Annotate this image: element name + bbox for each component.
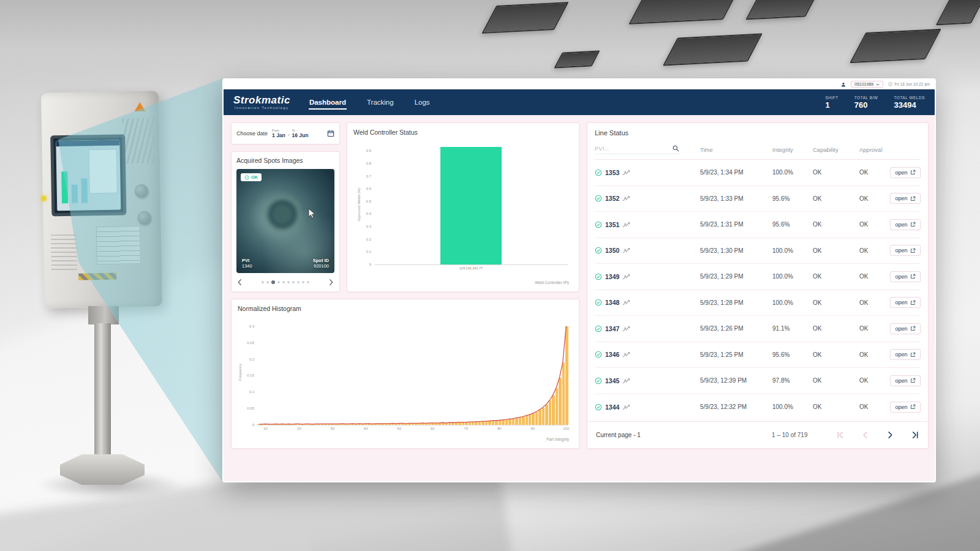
left-column: Choose date From 1 Jan - To 16 Jun	[231, 122, 579, 449]
approval-cell: OK	[859, 221, 883, 228]
pvi-id[interactable]: 1350	[605, 247, 619, 254]
from-label: From	[272, 129, 285, 132]
carousel-dot[interactable]	[307, 281, 309, 283]
calendar-icon[interactable]	[327, 130, 334, 137]
pvi-id[interactable]: 1351	[605, 221, 619, 228]
activity-icon	[622, 195, 630, 201]
table-row[interactable]: 13465/9/23, 1:25 PM95.6%OKOKopen	[595, 342, 921, 369]
card-title: Weld Controller Status	[353, 129, 573, 136]
open-button[interactable]: open	[890, 271, 920, 282]
user-icon	[841, 82, 846, 87]
search-input[interactable]	[595, 145, 661, 152]
spot-image[interactable]: OK PVI 1340 Spot ID 920100	[236, 169, 334, 273]
activity-icon	[622, 351, 630, 358]
time-cell: 5/9/23, 1:26 PM	[700, 325, 772, 332]
kiosk-side-vents	[51, 234, 77, 273]
carousel-dot[interactable]	[262, 281, 264, 283]
pvi-id[interactable]: 1353	[605, 169, 619, 176]
capability-cell: OK	[813, 247, 859, 254]
last-page-icon[interactable]	[911, 431, 919, 439]
tab-dashboard[interactable]: Dashboard	[309, 96, 347, 110]
carousel-dot[interactable]	[271, 280, 275, 284]
carousel-prev-icon[interactable]	[236, 279, 243, 286]
spot-id-meta: Spot ID 920100	[313, 258, 329, 270]
pvi-id[interactable]: 1347	[605, 325, 619, 332]
table-row[interactable]: 13495/9/23, 1:29 PM100.0%OKOKopen	[595, 264, 921, 290]
pvi-id[interactable]: 1344	[605, 403, 619, 411]
open-button[interactable]: open	[890, 323, 920, 334]
next-page-icon[interactable]	[886, 431, 894, 439]
search-box	[595, 145, 679, 154]
check-circle-icon	[595, 377, 602, 384]
capability-cell: OK	[813, 169, 859, 176]
search-icon[interactable]	[673, 145, 679, 152]
carousel-dot[interactable]	[282, 281, 285, 283]
pvi-id[interactable]: 1348	[605, 299, 619, 306]
carousel-dot[interactable]	[287, 281, 290, 283]
open-button[interactable]: open	[890, 402, 920, 413]
card-title: Normalized Histogram	[238, 305, 573, 312]
card-title: Line Status	[587, 123, 928, 140]
table-row[interactable]: 13515/9/23, 1:31 PM95.6%OKOKopen	[595, 212, 921, 238]
open-button[interactable]: open	[890, 349, 920, 360]
table-row[interactable]: 13445/9/23, 12:32 PM100.0%OKOKopen	[595, 394, 921, 421]
carousel-dot[interactable]	[302, 281, 304, 283]
carousel-dot[interactable]	[266, 281, 269, 283]
check-circle-icon	[595, 221, 602, 228]
ceiling-light	[663, 33, 763, 66]
from-value: 1 Jan	[272, 133, 285, 138]
datetime-text: Fri 16 Jun 10:22 am	[894, 82, 930, 86]
carousel-next-icon[interactable]	[328, 279, 334, 286]
table-row[interactable]: 13505/9/23, 1:30 PM100.0%OKOKopen	[595, 238, 921, 264]
acquired-spots-card: Acquired Spots Images OK PVI 13	[231, 151, 340, 292]
open-button[interactable]: open	[890, 245, 920, 256]
mouse-cursor	[308, 208, 317, 219]
table-row[interactable]: 13535/9/23, 1:34 PM100.0%OKOKopen	[595, 160, 921, 186]
pvi-id[interactable]: 1345	[605, 377, 619, 384]
date-separator: -	[288, 132, 290, 138]
open-button[interactable]: open	[890, 297, 920, 308]
carousel-dot[interactable]	[277, 281, 280, 283]
user-menu[interactable]: 05101989	[851, 81, 883, 88]
date-picker-label: Choose date	[236, 130, 268, 137]
kiosk-screen	[50, 134, 126, 216]
pvi-id[interactable]: 1346	[605, 351, 619, 358]
table-row[interactable]: 13455/9/23, 12:39 PM97.8%OKOKopen	[595, 368, 921, 394]
carousel-dot[interactable]	[297, 281, 300, 283]
tab-logs[interactable]: Logs	[414, 96, 431, 110]
open-button[interactable]: open	[890, 193, 920, 204]
first-page-icon[interactable]	[836, 431, 844, 439]
open-button[interactable]: open	[890, 375, 920, 386]
external-link-icon	[910, 248, 916, 253]
carousel-dots	[243, 280, 328, 284]
weld-controller-card: Weld Controller Status Approved Welds (%…	[347, 122, 579, 292]
capability-cell: OK	[813, 325, 859, 332]
prev-page-icon[interactable]	[861, 431, 869, 439]
to-label: To	[292, 129, 308, 132]
tab-tracking[interactable]: Tracking	[366, 96, 394, 110]
pvi-id[interactable]: 1352	[605, 195, 619, 202]
table-row[interactable]: 13485/9/23, 1:28 PM100.0%OKOKopen	[595, 290, 921, 317]
approval-cell: OK	[859, 403, 883, 410]
table-row[interactable]: 13525/9/23, 1:33 PM95.6%OKOKopen	[595, 186, 921, 212]
time-cell: 5/9/23, 12:39 PM	[700, 377, 772, 384]
integrity-cell: 100.0%	[772, 299, 813, 306]
integrity-cell: 97.8%	[772, 377, 813, 384]
kiosk-knob	[135, 184, 148, 198]
approval-cell: OK	[859, 351, 883, 358]
check-circle-icon	[595, 195, 602, 202]
histogram-card: Normalized Histogram Frequency 00.050.10…	[231, 299, 579, 449]
brand-logo: Strokmatic Innovation Technology	[233, 95, 290, 110]
x-tick-label: 124.131.141.77	[459, 266, 483, 270]
kiosk-hazard-stripe	[78, 273, 116, 280]
warning-triangle-icon	[134, 102, 145, 111]
external-link-icon	[910, 274, 916, 279]
carousel-dot[interactable]	[292, 281, 295, 283]
check-circle-icon	[595, 403, 602, 411]
pvi-id[interactable]: 1349	[605, 273, 619, 280]
open-button[interactable]: open	[890, 219, 920, 230]
open-button[interactable]: open	[890, 167, 920, 178]
table-row[interactable]: 13475/9/23, 1:26 PM91.1%OKOKopen	[595, 316, 921, 342]
date-range[interactable]: From 1 Jan - To 16 Jun	[272, 129, 308, 138]
capability-cell: OK	[813, 351, 859, 358]
